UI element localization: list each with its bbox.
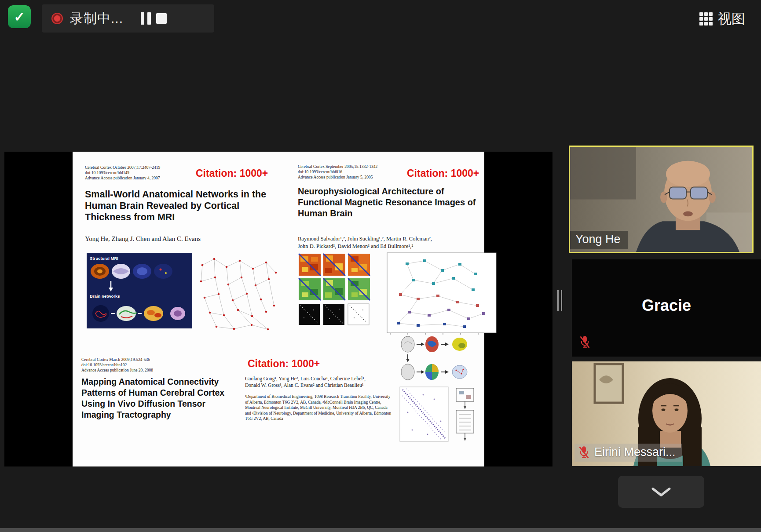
svg-text:Brain networks: Brain networks <box>90 294 120 299</box>
chevron-down-icon <box>651 487 671 497</box>
svg-text:Structural MRI: Structural MRI <box>90 256 118 261</box>
recording-label: 录制中... <box>70 10 123 28</box>
screen-share-area: Cerebral Cortex October 2007;17:2407-241… <box>4 152 552 466</box>
paper-2-figure <box>298 252 501 340</box>
stop-icon <box>156 13 167 24</box>
paper-title: Small-World Anatomical Networks in the H… <box>85 189 272 223</box>
paper-3: Cerebral Cortex March 2009;19:524-536 do… <box>81 339 477 465</box>
security-shield-icon[interactable]: ✓ <box>8 5 31 28</box>
panel-resize-handle[interactable] <box>557 290 563 311</box>
paper-authors: Yong He, Zhang J. Chen and Alan C. Evans <box>85 235 201 243</box>
paper-1: Cerebral Cortex October 2007;17:2407-241… <box>85 161 286 337</box>
participant-name: Gracie <box>572 296 761 315</box>
recording-indicator-bar: 录制中... <box>42 4 214 33</box>
mic-muted-icon <box>578 445 590 459</box>
paper-3-figure <box>399 333 477 451</box>
participant-tile-eirini[interactable]: Eirini Messari... <box>572 361 761 466</box>
participant-name: Yong He <box>570 231 628 249</box>
paper-2: Cerebral Cortex September 2005;15:1332-1… <box>298 160 505 345</box>
checkmark-icon: ✓ <box>14 9 25 25</box>
journal-info: Cerebral Cortex September 2005;15:1332-1… <box>298 164 377 180</box>
citation-badge: Citation: 1000+ <box>196 168 268 179</box>
citation-badge: Citation: 1000+ <box>248 358 320 370</box>
view-button[interactable]: 视图 <box>699 10 745 28</box>
pause-recording-button[interactable] <box>138 10 154 27</box>
stop-recording-button[interactable] <box>154 11 169 26</box>
paper-title: Mapping Anatomical Connectivity Patterns… <box>81 376 230 420</box>
paper-affiliation: ¹Department of Biomedical Engineering, 1… <box>245 394 394 422</box>
paper-title: Neurophysiological Architecture of Funct… <box>298 186 486 219</box>
zoom-meeting-window: ✓ 录制中... 视图 Cerebral Cortex October 2007… <box>0 0 761 532</box>
paper-1-figure: Structural MRI Brain networks <box>87 248 282 336</box>
recording-dot-icon <box>51 13 63 24</box>
participant-tile-yong-he[interactable]: Yong He <box>569 146 754 253</box>
bottom-edge <box>0 528 761 532</box>
journal-info: Cerebral Cortex March 2009;19:524-536 do… <box>81 357 153 373</box>
mic-muted-icon <box>579 335 591 349</box>
participant-name-row: Eirini Messari... <box>574 444 682 462</box>
participant-tile-gracie[interactable]: Gracie <box>572 259 761 357</box>
presentation-slide: Cerebral Cortex October 2007;17:2407-241… <box>73 152 484 466</box>
grid-view-icon <box>699 12 713 26</box>
view-label: 视图 <box>718 10 745 28</box>
paper-authors: Gaolang Gong¹, Yong He², Luis Concha¹, C… <box>245 375 403 389</box>
citation-badge: Citation: 1000+ <box>407 168 479 179</box>
paper-authors: Raymond Salvador¹,², John Suckling¹,², M… <box>298 235 432 250</box>
participant-name: Eirini Messari... <box>594 445 676 459</box>
journal-info: Cerebral Cortex October 2007;17:2407-241… <box>85 165 160 181</box>
collapse-participants-button[interactable] <box>618 476 704 508</box>
pause-icon <box>141 12 144 25</box>
